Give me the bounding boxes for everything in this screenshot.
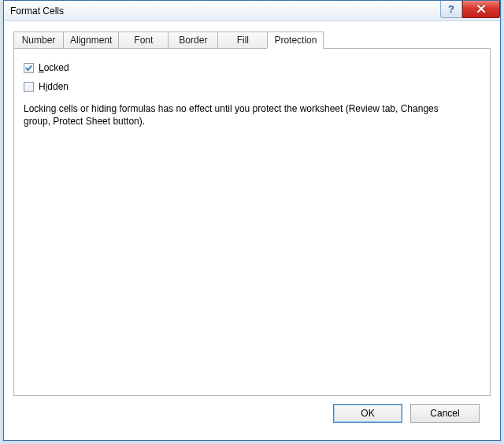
close-button[interactable] [462, 1, 500, 18]
tab-font[interactable]: Font [118, 31, 169, 49]
titlebar[interactable]: Format Cells ? [4, 1, 500, 21]
help-icon: ? [448, 3, 454, 15]
format-cells-dialog: Format Cells ? Number Alignment Font Bor… [3, 0, 501, 441]
close-icon [476, 5, 486, 13]
checkmark-icon [24, 64, 33, 72]
protection-panel: Locked Hidden Locking cells or hiding fo… [13, 48, 491, 396]
window-title: Format Cells [10, 6, 64, 17]
hidden-label: Hidden [39, 81, 69, 92]
cancel-button[interactable]: Cancel [410, 404, 480, 423]
locked-row: Locked [24, 60, 480, 76]
titlebar-buttons: ? [440, 1, 500, 18]
locked-checkbox[interactable] [24, 63, 34, 73]
hidden-row: Hidden [24, 79, 480, 94]
help-button[interactable]: ? [440, 1, 462, 18]
hidden-checkbox[interactable] [24, 82, 34, 92]
ok-button[interactable]: OK [333, 404, 402, 423]
tab-protection[interactable]: Protection [267, 31, 324, 49]
tabstrip: Number Alignment Font Border Fill Protec… [13, 31, 491, 49]
locked-label: Locked [39, 62, 69, 73]
tab-fill[interactable]: Fill [217, 31, 268, 49]
protection-description: Locking cells or hiding formulas has no … [24, 102, 465, 128]
tab-alignment[interactable]: Alignment [63, 31, 119, 49]
button-bar: OK Cancel [13, 396, 491, 431]
tab-number[interactable]: Number [13, 31, 64, 49]
tab-border[interactable]: Border [168, 31, 218, 49]
dialog-body: Number Alignment Font Border Fill Protec… [4, 21, 500, 440]
